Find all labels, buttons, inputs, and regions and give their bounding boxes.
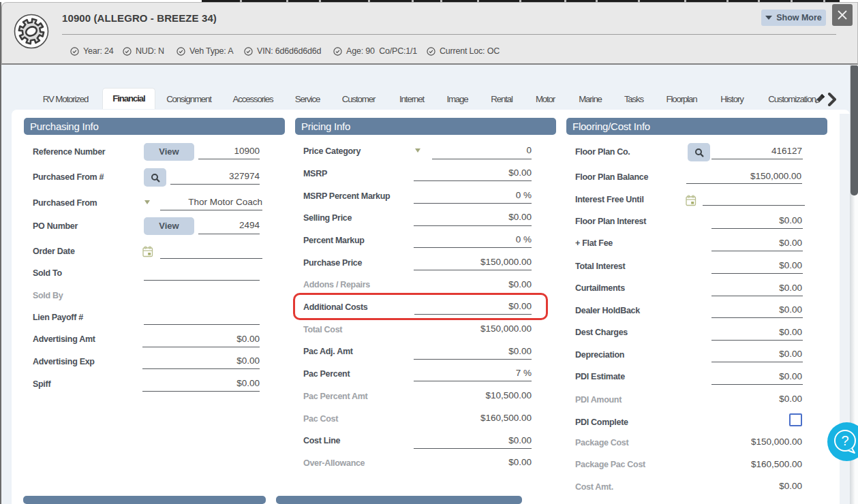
svg-text:?: ? — [841, 433, 848, 448]
